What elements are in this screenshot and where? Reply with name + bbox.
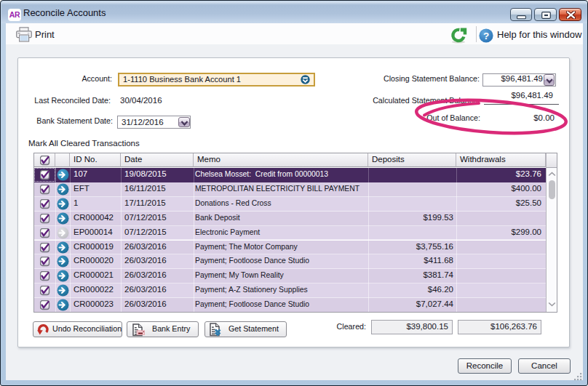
svg-text:?: ? (483, 31, 489, 41)
